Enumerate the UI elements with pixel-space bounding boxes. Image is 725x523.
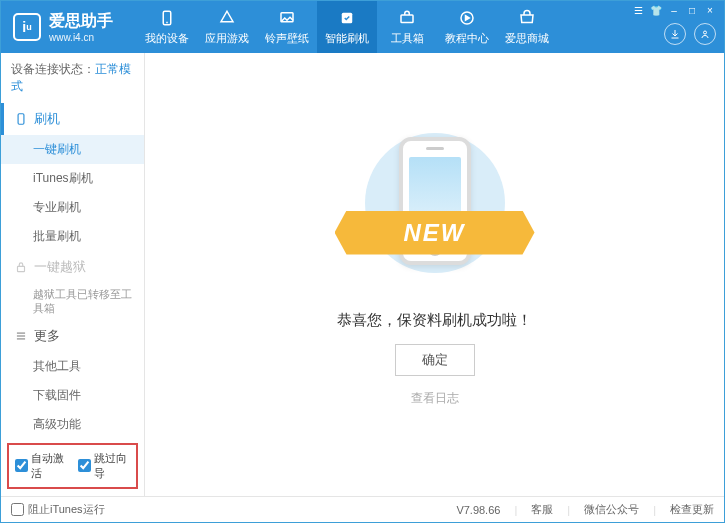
user-icon (699, 28, 711, 40)
sidebar-item-download-fw[interactable]: 下载固件 (1, 381, 144, 410)
sidebar-item-pro-flash[interactable]: 专业刷机 (1, 193, 144, 222)
success-illustration: NEW (325, 123, 545, 293)
phone-icon (14, 112, 28, 126)
logo[interactable]: iu 爱思助手 www.i4.cn (1, 11, 125, 43)
titlebar: iu 爱思助手 www.i4.cn 我的设备 应用游戏 铃声壁纸 智能刷机 (1, 1, 724, 53)
brand-name: 爱思助手 (49, 11, 113, 32)
ok-button[interactable]: 确定 (395, 344, 475, 376)
update-link[interactable]: 检查更新 (670, 502, 714, 517)
statusbar: 阻止iTunes运行 V7.98.66 | 客服 | 微信公众号 | 检查更新 (1, 496, 724, 522)
nav-store[interactable]: 爱思商城 (497, 1, 557, 53)
main-nav: 我的设备 应用游戏 铃声壁纸 智能刷机 工具箱 教程中心 (137, 1, 557, 53)
list-icon (14, 329, 28, 343)
nav-my-device[interactable]: 我的设备 (137, 1, 197, 53)
sidebar-item-itunes-flash[interactable]: iTunes刷机 (1, 164, 144, 193)
device-icon (158, 9, 176, 27)
auto-activate-checkbox[interactable]: 自动激活 (15, 451, 68, 481)
flash-icon (338, 9, 356, 27)
download-icon (669, 28, 681, 40)
window-controls: ☰ 👕 – □ × (624, 1, 724, 20)
svg-rect-4 (401, 15, 413, 23)
apps-icon (218, 9, 236, 27)
toolbox-icon (398, 9, 416, 27)
body: 设备连接状态：正常模式 刷机 一键刷机 iTunes刷机 专业刷机 批量刷机 一… (1, 53, 724, 496)
sidebar-section-jailbreak: 一键越狱 (1, 251, 144, 283)
minimize-button[interactable]: – (666, 5, 682, 16)
sidebar-section-more[interactable]: 更多 (1, 320, 144, 352)
logo-icon: iu (13, 13, 41, 41)
wallpaper-icon (278, 9, 296, 27)
download-button[interactable] (664, 23, 686, 45)
wechat-link[interactable]: 微信公众号 (584, 502, 639, 517)
sidebar-section-flash[interactable]: 刷机 (1, 103, 144, 135)
svg-rect-8 (18, 266, 25, 271)
nav-apps[interactable]: 应用游戏 (197, 1, 257, 53)
skip-guide-checkbox[interactable]: 跳过向导 (78, 451, 131, 481)
nav-tutorials[interactable]: 教程中心 (437, 1, 497, 53)
app-window: iu 爱思助手 www.i4.cn 我的设备 应用游戏 铃声壁纸 智能刷机 (0, 0, 725, 523)
svg-point-6 (704, 31, 707, 34)
sidebar-item-oneclick-flash[interactable]: 一键刷机 (1, 135, 144, 164)
jailbreak-note: 越狱工具已转移至工具箱 (1, 283, 144, 320)
nav-toolbox[interactable]: 工具箱 (377, 1, 437, 53)
connection-status: 设备连接状态：正常模式 (1, 53, 144, 103)
block-itunes-checkbox[interactable]: 阻止iTunes运行 (11, 502, 105, 517)
menu-icon[interactable]: ☰ (630, 5, 646, 16)
nav-ringtones[interactable]: 铃声壁纸 (257, 1, 317, 53)
sidebar-item-batch-flash[interactable]: 批量刷机 (1, 222, 144, 251)
sidebar-item-other-tools[interactable]: 其他工具 (1, 352, 144, 381)
store-icon (518, 9, 536, 27)
close-button[interactable]: × (702, 5, 718, 16)
view-log-link[interactable]: 查看日志 (411, 390, 459, 407)
svg-rect-7 (18, 114, 24, 125)
main-content: NEW 恭喜您，保资料刷机成功啦！ 确定 查看日志 (145, 53, 724, 496)
brand-url: www.i4.cn (49, 32, 113, 43)
success-message: 恭喜您，保资料刷机成功啦！ (337, 311, 532, 330)
version-label: V7.98.66 (456, 504, 500, 516)
lock-icon (14, 260, 28, 274)
skin-icon[interactable]: 👕 (648, 5, 664, 16)
user-button[interactable] (694, 23, 716, 45)
title-right-buttons (664, 23, 716, 45)
maximize-button[interactable]: □ (684, 5, 700, 16)
nav-flash[interactable]: 智能刷机 (317, 1, 377, 53)
sidebar-item-advanced[interactable]: 高级功能 (1, 410, 144, 439)
new-ribbon: NEW (335, 211, 535, 255)
sidebar: 设备连接状态：正常模式 刷机 一键刷机 iTunes刷机 专业刷机 批量刷机 一… (1, 53, 145, 496)
service-link[interactable]: 客服 (531, 502, 553, 517)
tutorial-icon (458, 9, 476, 27)
flash-options-box: 自动激活 跳过向导 (7, 443, 138, 489)
